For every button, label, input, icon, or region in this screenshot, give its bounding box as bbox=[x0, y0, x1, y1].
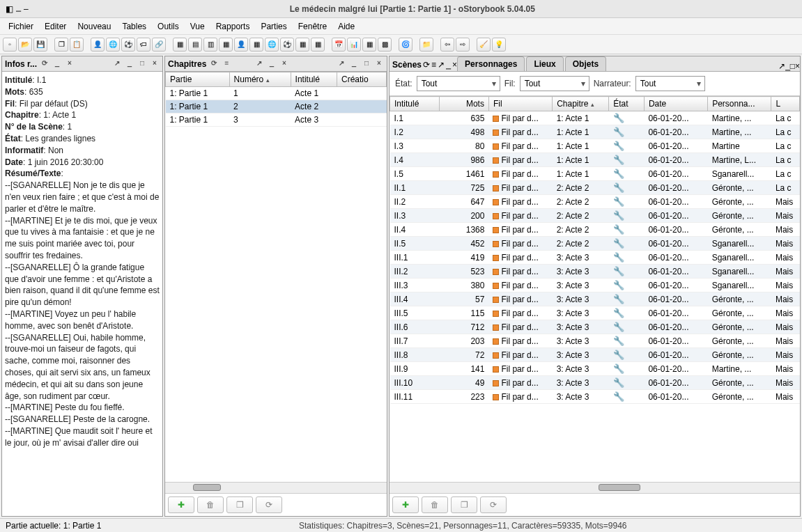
delete-button[interactable]: 🗑 bbox=[197, 496, 224, 513]
table-row[interactable]: I.380Fil par d...1: Acte 1🔧06-01-20...Ma… bbox=[390, 139, 800, 153]
tb-folder-icon[interactable]: 📁 bbox=[419, 38, 433, 52]
menu-tables[interactable]: Tables bbox=[118, 20, 151, 33]
tb-grid1-icon[interactable]: ▦ bbox=[173, 38, 187, 52]
tb-grid8-icon[interactable]: ▦ bbox=[362, 38, 376, 52]
tb-open-icon[interactable]: 📂 bbox=[18, 38, 32, 52]
copy-button[interactable]: ❐ bbox=[451, 496, 477, 513]
tab-personnages[interactable]: Personnages bbox=[457, 56, 525, 71]
menu-fichier[interactable]: Fichier bbox=[4, 20, 38, 33]
max-icon[interactable]: □ bbox=[137, 59, 147, 69]
col-date[interactable]: Date bbox=[644, 97, 707, 111]
tab-lieux[interactable]: Lieux bbox=[526, 56, 563, 71]
opts-icon[interactable]: ≡ bbox=[222, 59, 231, 69]
table-row[interactable]: III.9141Fil par d...3: Acte 3🔧06-01-20..… bbox=[390, 362, 800, 376]
tab-objets[interactable]: Objets bbox=[565, 56, 606, 71]
tb-grid6-icon[interactable]: ▦ bbox=[295, 38, 309, 52]
tb-globe2-icon[interactable]: 🌐 bbox=[265, 38, 279, 52]
tb-ball-icon[interactable]: ⚽ bbox=[121, 38, 135, 52]
tb-grid5-icon[interactable]: ▦ bbox=[249, 38, 263, 52]
menu-editer[interactable]: Editer bbox=[40, 20, 70, 33]
tb-bulb-icon[interactable]: 💡 bbox=[492, 38, 506, 52]
menu-aide[interactable]: Aide bbox=[334, 20, 359, 33]
min-icon[interactable]: ⎯ bbox=[349, 59, 359, 69]
col-intitule[interactable]: Intitulé bbox=[390, 97, 440, 111]
tb-person2-icon[interactable]: 👤 bbox=[234, 38, 248, 52]
col-intitule[interactable]: Intitulé bbox=[291, 72, 337, 87]
close-icon[interactable]: × bbox=[279, 59, 289, 69]
close-icon[interactable]: – bbox=[24, 4, 29, 14]
tb-tag-icon[interactable]: 🏷 bbox=[137, 38, 151, 52]
table-row[interactable]: III.11223Fil par d...3: Acte 3🔧06-01-20.… bbox=[390, 390, 800, 404]
col-fil[interactable]: Fil bbox=[488, 97, 552, 111]
add-button[interactable]: ✚ bbox=[392, 496, 419, 513]
filter-narr-combo[interactable]: Tout bbox=[635, 76, 705, 91]
table-row[interactable]: 1: Partie 13Acte 3 bbox=[166, 114, 387, 127]
tb-clean-icon[interactable]: 🧹 bbox=[477, 38, 491, 52]
col-numero[interactable]: Numéro ▴ bbox=[229, 72, 291, 87]
close-icon[interactable]: × bbox=[65, 59, 75, 69]
x-icon[interactable]: × bbox=[150, 59, 160, 69]
table-row[interactable]: III.1419Fil par d...3: Acte 3🔧06-01-20..… bbox=[390, 251, 800, 265]
tb-grid2-icon[interactable]: ▤ bbox=[188, 38, 202, 52]
opts-icon[interactable]: ≡ bbox=[431, 60, 436, 70]
scenes-table[interactable]: Intitulé Mots Fil Chapitre ▴ État Date P… bbox=[390, 96, 800, 404]
x-icon[interactable]: × bbox=[374, 59, 384, 69]
x-icon[interactable]: × bbox=[795, 61, 800, 71]
tb-copy-icon[interactable]: ❐ bbox=[54, 38, 68, 52]
max-icon[interactable]: □ bbox=[790, 61, 795, 71]
menu-rapports[interactable]: Rapports bbox=[212, 20, 254, 33]
table-row[interactable]: I.4986Fil par d...1: Acte 1🔧06-01-20...M… bbox=[390, 153, 800, 167]
col-chapitre[interactable]: Chapitre ▴ bbox=[553, 97, 609, 111]
table-row[interactable]: III.872Fil par d...3: Acte 3🔧06-01-20...… bbox=[390, 348, 800, 362]
delete-button[interactable]: 🗑 bbox=[422, 496, 448, 513]
table-row[interactable]: I.2498Fil par d...1: Acte 1🔧06-01-20...M… bbox=[390, 125, 800, 139]
col-l[interactable]: L bbox=[771, 97, 800, 111]
tb-grid7-icon[interactable]: ▦ bbox=[311, 38, 325, 52]
table-row[interactable]: I.51461Fil par d...1: Acte 1🔧06-01-20...… bbox=[390, 167, 800, 181]
table-row[interactable]: II.1725Fil par d...2: Acte 2🔧06-01-20...… bbox=[390, 181, 800, 195]
col-mots[interactable]: Mots bbox=[439, 97, 488, 111]
pin-icon[interactable]: ⎯ bbox=[446, 60, 451, 70]
tb-globe-icon[interactable]: 🌐 bbox=[106, 38, 120, 52]
tb-chart-icon[interactable]: 📊 bbox=[347, 38, 361, 52]
refresh-button[interactable]: ⟳ bbox=[256, 496, 282, 513]
close-icon[interactable]: × bbox=[452, 60, 457, 70]
tb-save-icon[interactable]: 💾 bbox=[33, 38, 47, 52]
table-row[interactable]: III.5115Fil par d...3: Acte 3🔧06-01-20..… bbox=[390, 306, 800, 320]
tb-ball2-icon[interactable]: ⚽ bbox=[280, 38, 294, 52]
chapters-table[interactable]: Partie Numéro ▴ Intitulé Créatio 1: Part… bbox=[165, 72, 387, 127]
add-button[interactable]: ✚ bbox=[168, 496, 194, 513]
tb-grid9-icon[interactable]: ▩ bbox=[378, 38, 392, 52]
table-row[interactable]: III.6712Fil par d...3: Acte 3🔧06-01-20..… bbox=[390, 320, 800, 334]
tb-person-icon[interactable]: 👤 bbox=[91, 38, 105, 52]
col-etat[interactable]: État bbox=[609, 97, 645, 111]
table-row[interactable]: III.2523Fil par d...3: Acte 3🔧06-01-20..… bbox=[390, 265, 800, 279]
copy-button[interactable]: ❐ bbox=[226, 496, 253, 513]
tb-calendar-icon[interactable]: 📅 bbox=[332, 38, 346, 52]
tb-back-icon[interactable]: ⇦ bbox=[440, 38, 454, 52]
scenes-hscroll[interactable] bbox=[390, 482, 800, 493]
table-row[interactable]: I.1635Fil par d...1: Acte 1🔧06-01-20...M… bbox=[390, 111, 800, 125]
menu-parties[interactable]: Parties bbox=[256, 20, 291, 33]
menu-nouveau[interactable]: Nouveau bbox=[73, 20, 115, 33]
undock-icon[interactable]: ↗ bbox=[254, 59, 264, 69]
min-icon[interactable]: ⎯ bbox=[785, 61, 790, 71]
table-row[interactable]: 1: Partie 12Acte 2 bbox=[166, 100, 387, 114]
tb-paste-icon[interactable]: 📋 bbox=[70, 38, 84, 52]
chapters-hscroll[interactable] bbox=[165, 482, 387, 493]
minimize-icon[interactable]: ⎽ bbox=[16, 4, 21, 14]
refresh-button[interactable]: ⟳ bbox=[480, 496, 507, 513]
table-row[interactable]: II.41368Fil par d...2: Acte 2🔧06-01-20..… bbox=[390, 223, 800, 237]
table-row[interactable]: II.2647Fil par d...2: Acte 2🔧06-01-20...… bbox=[390, 195, 800, 209]
tb-spiral-icon[interactable]: 🌀 bbox=[399, 38, 412, 52]
refresh-icon[interactable]: ⟳ bbox=[40, 59, 49, 69]
table-row[interactable]: III.457Fil par d...3: Acte 3🔧06-01-20...… bbox=[390, 292, 800, 306]
undock2-icon[interactable]: ↗ bbox=[778, 61, 785, 71]
max-icon[interactable]: □ bbox=[362, 59, 371, 69]
tb-grid4-icon[interactable]: ▦ bbox=[219, 38, 233, 52]
menu-vue[interactable]: Vue bbox=[186, 20, 209, 33]
filter-etat-combo[interactable]: Tout bbox=[417, 76, 500, 91]
tb-link-icon[interactable]: 🔗 bbox=[152, 38, 166, 52]
undock-icon[interactable]: ↗ bbox=[438, 60, 445, 70]
filter-fil-combo[interactable]: Tout bbox=[520, 76, 589, 91]
